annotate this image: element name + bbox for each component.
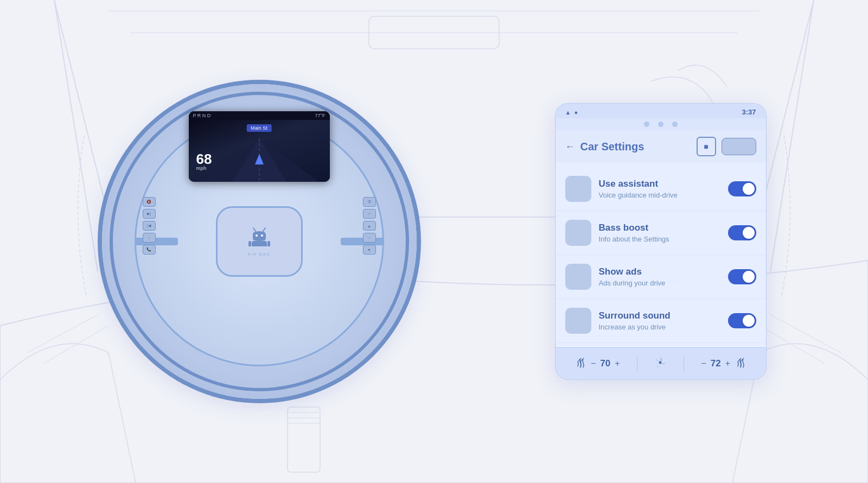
heat-right-icon (735, 357, 746, 371)
surround-sound-title: Surround sound (599, 310, 720, 321)
bass-boost-subtitle: Info about the Settings (599, 235, 720, 243)
heat-left-icon (575, 357, 586, 371)
bass-boost-icon-box (565, 220, 591, 246)
surround-sound-toggle[interactable] (728, 313, 756, 328)
left-temp-minus[interactable]: − (591, 359, 596, 368)
svg-line-19 (263, 228, 265, 231)
right-controls: ☰ ✓ ▲ ← ▼ (363, 197, 376, 255)
check-btn[interactable]: ✓ (363, 209, 376, 219)
climate-center (654, 356, 667, 372)
spoke-right (341, 238, 384, 245)
settings-phone: ▲ ● 3:37 ← Car Settings ■ (555, 103, 767, 380)
svg-point-21 (261, 234, 263, 237)
header-right: ■ (697, 137, 756, 156)
svg-point-20 (256, 234, 258, 237)
header-left: ← Car Settings (565, 141, 644, 153)
status-left: ▲ ● (565, 109, 578, 116)
setting-item-surround-sound: Surround sound Increase as you drive (556, 299, 766, 343)
setting-item-use-assistant: Use assistant Voice guidance mid-drive (556, 167, 766, 211)
app-header: ← Car Settings ■ (556, 130, 766, 163)
phone-btn[interactable]: 📞 (143, 245, 156, 255)
nav-area: Main St 68 mph (189, 120, 330, 182)
display-gear: P R N D (193, 113, 211, 118)
menu-btn[interactable]: ☰ (363, 197, 376, 207)
left-controls: 🔇 ▶| |◀ − 📞 (143, 197, 156, 255)
vol-up-btn[interactable]: ▶| (143, 209, 156, 219)
right-temp-minus[interactable]: − (701, 359, 706, 368)
steering-wheel-section: P R N D 77°F Main St (102, 84, 417, 399)
notch-dot-3 (672, 122, 678, 127)
climate-right: − 72 + (701, 357, 746, 371)
use-assistant-title: Use assistant (599, 179, 720, 189)
show-ads-title: Show ads (599, 266, 720, 277)
settings-list: Use assistant Voice guidance mid-drive B… (556, 163, 766, 347)
surround-sound-toggle-knob (743, 315, 755, 327)
svg-point-25 (659, 361, 662, 364)
left-temp-plus[interactable]: + (615, 359, 620, 368)
surround-sound-subtitle: Increase as you drive (599, 323, 720, 331)
climate-divider-right (684, 355, 684, 372)
android-logo (248, 227, 270, 250)
show-ads-toggle-knob (743, 271, 755, 283)
bass-boost-toggle[interactable] (728, 225, 756, 240)
speed-display: 68 mph (196, 152, 212, 171)
show-ads-text: Show ads Ads during your drive (599, 266, 720, 287)
back-btn[interactable]: ← (363, 233, 376, 243)
notch-dot-1 (644, 122, 649, 127)
setting-item-show-ads: Show ads Ads during your drive (556, 255, 766, 299)
right-temp: 72 (711, 358, 721, 369)
display-top-bar: P R N D 77°F (189, 111, 330, 120)
status-time: 3:37 (742, 108, 756, 116)
climate-left-control: − 70 + (591, 358, 620, 369)
up-btn[interactable]: ▲ (363, 221, 376, 231)
vol-down-btn[interactable]: − (143, 233, 156, 243)
climate-bar: − 70 + (556, 347, 766, 379)
stop-icon: ■ (704, 142, 708, 151)
spoke-left (135, 238, 178, 245)
back-button[interactable]: ← (565, 141, 575, 152)
bass-boost-title: Bass boost (599, 223, 720, 233)
airbag-label: AIR BAG (247, 252, 270, 256)
bass-boost-text: Bass boost Info about the Settings (599, 223, 720, 243)
surround-sound-icon-box (565, 308, 591, 334)
use-assistant-toggle-knob (743, 183, 755, 195)
bass-boost-toggle-knob (743, 227, 755, 239)
right-temp-plus[interactable]: + (725, 359, 730, 368)
phone-status-bar: ▲ ● 3:37 (556, 104, 766, 118)
main-container: P R N D 77°F Main St (0, 0, 868, 483)
notch-dot-2 (658, 122, 663, 127)
svg-rect-22 (252, 241, 267, 246)
wheel-display: P R N D 77°F Main St (189, 111, 330, 182)
use-assistant-toggle[interactable] (728, 181, 756, 196)
notch-row (556, 118, 766, 130)
wifi-icon: ● (574, 109, 578, 116)
wheel-outer-ring: P R N D 77°F Main St (102, 84, 417, 399)
signal-icon: ▲ (565, 109, 571, 116)
show-ads-toggle[interactable] (728, 269, 756, 284)
use-assistant-subtitle: Voice guidance mid-drive (599, 191, 720, 199)
use-assistant-icon-box (565, 176, 591, 202)
surround-sound-text: Surround sound Increase as you drive (599, 310, 720, 331)
wheel-hub: AIR BAG (216, 206, 303, 277)
use-assistant-text: Use assistant Voice guidance mid-drive (599, 179, 720, 199)
show-ads-subtitle: Ads during your drive (599, 279, 720, 287)
page-title: Car Settings (580, 141, 644, 153)
stop-button[interactable]: ■ (697, 137, 716, 156)
svg-rect-23 (248, 241, 251, 246)
svg-rect-24 (267, 241, 270, 246)
fan-icon (654, 356, 667, 372)
show-ads-icon-box (565, 264, 591, 290)
climate-left: − 70 + (575, 357, 620, 371)
down-btn[interactable]: ▼ (363, 245, 376, 255)
setting-item-bass-boost: Bass boost Info about the Settings (556, 211, 766, 255)
prev-btn[interactable]: |◀ (143, 221, 156, 231)
display-temp: 77°F (315, 113, 325, 118)
svg-line-18 (253, 228, 256, 231)
left-temp: 70 (600, 358, 610, 369)
climate-right-control: − 72 + (701, 358, 730, 369)
mute-btn[interactable]: 🔇 (143, 197, 156, 207)
climate-divider-left (637, 355, 637, 372)
header-rect-button[interactable] (722, 138, 756, 155)
